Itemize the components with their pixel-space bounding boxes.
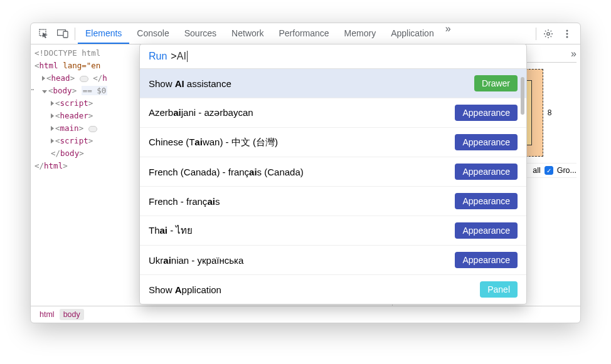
svg-point-4 — [566, 29, 568, 31]
tab-performance[interactable]: Performance — [271, 23, 336, 44]
selected-node-badge: == $0 — [82, 86, 108, 95]
command-item[interactable]: Ukrainian - українська Appearance — [140, 246, 526, 275]
kebab-icon[interactable] — [560, 27, 574, 41]
command-palette: Run >AI Show AI assistance Drawer Azerba… — [139, 44, 527, 304]
command-list: Show AI assistance Drawer Azerbaijani - … — [140, 69, 526, 304]
expand-icon[interactable] — [51, 101, 54, 106]
ellipsis-icon[interactable] — [88, 126, 97, 132]
command-symbol: > — [171, 51, 176, 62]
badge-appearance: Appearance — [455, 134, 518, 150]
main-toolbar: Elements Console Sources Network Perform… — [31, 23, 580, 44]
command-item[interactable]: Show AI assistance Drawer — [140, 69, 526, 98]
expand-icon[interactable] — [51, 113, 54, 118]
tab-elements[interactable]: Elements — [78, 23, 129, 44]
badge-appearance: Appearance — [455, 193, 518, 209]
svg-rect-2 — [63, 31, 68, 38]
device-toggle-icon[interactable] — [56, 27, 70, 41]
scrollbar-thumb[interactable] — [521, 77, 524, 115]
svg-point-5 — [566, 33, 568, 34]
show-all-label: all — [533, 166, 541, 175]
tab-console[interactable]: Console — [129, 23, 176, 44]
command-item[interactable]: Thai - ไทย Appearance — [140, 216, 526, 246]
tab-memory[interactable]: Memory — [337, 23, 384, 44]
command-prefix: Run — [149, 51, 167, 62]
tab-sources[interactable]: Sources — [177, 23, 224, 44]
toolbar-separator — [536, 28, 536, 40]
panel-tabs: Elements Console Sources Network Perform… — [78, 23, 533, 44]
ellipsis-icon[interactable] — [80, 76, 88, 82]
crumb-body[interactable]: body — [60, 309, 84, 320]
gutter-dots-icon: ⋯ — [30, 83, 34, 96]
command-item[interactable]: French (Canada) - français (Canada) Appe… — [140, 157, 526, 187]
badge-appearance: Appearance — [455, 164, 518, 180]
gear-icon[interactable] — [541, 27, 555, 41]
tab-application[interactable]: Application — [383, 23, 442, 44]
caret-icon — [187, 51, 188, 62]
toolbar-separator — [75, 28, 75, 40]
doctype-text: <!DOCTYPE html — [35, 48, 100, 58]
group-checkbox[interactable]: ✓ — [545, 166, 553, 175]
tabs-overflow-icon[interactable]: » — [442, 23, 455, 44]
expand-icon[interactable] — [51, 126, 54, 131]
badge-panel: Panel — [480, 281, 518, 298]
command-item[interactable]: Azerbaijani - azərbaycan Appearance — [140, 98, 526, 128]
badge-appearance: Appearance — [455, 105, 518, 121]
command-item[interactable]: Chinese (Taiwan) - 中文 (台灣) Appearance — [140, 128, 526, 157]
crumb-html[interactable]: html — [36, 309, 58, 320]
command-item[interactable]: Show Application Panel — [140, 275, 526, 304]
badge-appearance: Appearance — [455, 252, 518, 268]
toolbar-right — [533, 27, 576, 41]
command-input[interactable]: Run >AI — [140, 44, 526, 69]
expand-icon[interactable] — [42, 76, 45, 81]
styles-overflow-icon[interactable]: » — [571, 48, 576, 60]
inspect-icon[interactable] — [37, 27, 51, 41]
badge-appearance: Appearance — [455, 222, 518, 239]
breadcrumb: html body — [31, 306, 580, 323]
command-query: AI — [177, 51, 186, 62]
svg-point-6 — [566, 36, 568, 38]
expand-icon[interactable] — [51, 138, 54, 143]
box-model-right: 8 — [548, 108, 552, 117]
command-item[interactable]: French - français Appearance — [140, 187, 526, 216]
collapse-icon[interactable] — [42, 90, 47, 93]
badge-drawer: Drawer — [474, 75, 518, 91]
group-label: Gro... — [557, 166, 576, 175]
svg-point-3 — [547, 32, 550, 34]
tab-network[interactable]: Network — [224, 23, 271, 44]
